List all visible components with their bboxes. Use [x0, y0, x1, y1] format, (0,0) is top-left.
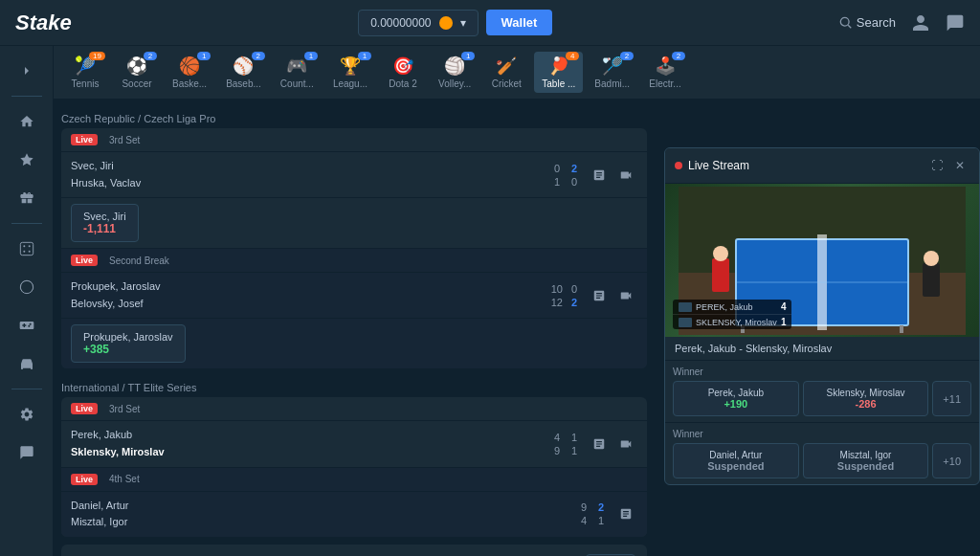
tab-esports2[interactable]: 2 🕹️ Electr... [641, 52, 689, 93]
live-stream-title-area: Live Stream [675, 159, 749, 172]
stream-bet-row-2: Daniel, Artur Suspended Misztal, Igor Su… [673, 443, 971, 478]
tab-counter-strike[interactable]: 1 🎮 Count... [273, 52, 322, 93]
bet-perek-button[interactable]: Perek, Jakub +190 [673, 381, 799, 416]
sidebar-item-favorites[interactable] [8, 143, 46, 177]
expand-stream-button[interactable]: ⛶ [927, 156, 947, 175]
scores-4: 9 2 4 1 [578, 501, 607, 526]
sidebar-item-promotions[interactable] [8, 181, 46, 215]
user-icon[interactable] [911, 13, 930, 33]
stats-icon-3[interactable] [588, 433, 611, 456]
badminton-label: Badmi... [594, 78, 630, 89]
more-bets-button-1[interactable]: +11 [932, 381, 971, 416]
tab-league[interactable]: 1 🏆 Leagu... [325, 52, 375, 93]
teams-2: Prokupek, Jaroslav Belovsky, Josef [71, 278, 551, 312]
sidebar-item-sports[interactable] [8, 270, 46, 304]
nav-center: 0.00000000 ▾ Wallet [87, 10, 824, 36]
sidebar-item-casino[interactable] [8, 232, 46, 266]
score-row-2-t2: 12 2 [551, 297, 580, 308]
tab-baseball[interactable]: 2 ⚾ Baseb... [218, 52, 269, 93]
winner-label-1: Winner [673, 367, 971, 377]
more-bets-button-2[interactable]: +10 [932, 443, 971, 478]
tab-dota2[interactable]: 🎯 Dota 2 [379, 52, 427, 93]
soccer-badge: 2 [144, 52, 157, 60]
settings-icon [19, 407, 34, 422]
sidebar-item-chat[interactable] [8, 435, 46, 470]
league-badge: 1 [358, 52, 371, 60]
search-button[interactable]: Search [839, 15, 896, 30]
section-international-tt: International / TT Elite Series [61, 376, 647, 397]
tab-badminton[interactable]: 2 🏸 Badmi... [587, 52, 637, 93]
bet-btn-prokupek[interactable]: Prokupek, Jaroslav +385 [71, 324, 186, 363]
svg-rect-2 [20, 242, 33, 255]
bet-sklensky-button[interactable]: Sklensky, Miroslav -286 [803, 381, 929, 416]
live-stream-panel: Live Stream ⛶ ✕ [664, 147, 980, 485]
bet-odds-svec: -1,111 [83, 222, 126, 235]
tab-volleyball[interactable]: 1 🏐 Volley... [431, 52, 479, 93]
cricket-icon: 🏏 [496, 56, 517, 77]
gift-icon [19, 190, 34, 206]
sidebar-item-home[interactable] [8, 104, 46, 139]
tab-soccer[interactable]: 2 ⚽ Soccer [113, 52, 161, 93]
match-actions-2 [588, 284, 637, 307]
soccer-label: Soccer [122, 78, 151, 89]
set-label-2: Second Break [109, 256, 169, 266]
messages-icon[interactable] [946, 13, 965, 33]
stream-icon-1[interactable] [614, 164, 637, 187]
svg-point-5 [23, 251, 25, 253]
svg-point-4 [28, 245, 30, 247]
tab-basketball[interactable]: 1 🏀 Baske... [165, 52, 214, 93]
stream-icon-2[interactable] [614, 284, 637, 307]
tab-tennis[interactable]: 19 🎾 Tennis [61, 52, 109, 93]
tab-table-tennis[interactable]: 4 🏓 Table ... [534, 52, 583, 93]
baseball-badge: 2 [252, 52, 265, 60]
score-game-t1: 0 [551, 163, 563, 174]
team2-hruska: Hruska, Vaclav [71, 175, 551, 192]
stream-icon-3[interactable] [614, 433, 637, 456]
bet-daniel-button[interactable]: Daniel, Artur Suspended [673, 443, 799, 478]
svg-point-6 [28, 251, 30, 253]
stats-icon-4[interactable] [614, 502, 637, 525]
stream-match-title: Perek, Jakub - Sklensky, Miroslav [665, 337, 979, 361]
score-row-3-t1: 4 1 [551, 432, 580, 443]
sidebar-item-settings[interactable] [8, 397, 46, 432]
nav-right: Search [839, 13, 965, 33]
chevron-icon: ▾ [460, 16, 466, 30]
sidebar-item-racing[interactable] [8, 346, 46, 381]
scoreboard-name-1: PEREK, Jakub [696, 302, 777, 312]
teams-1: Svec, Jiri Hruska, Vaclav [71, 158, 551, 191]
stream-bet-section-2: Winner Daniel, Artur Suspended Misztal, … [665, 422, 979, 484]
wallet-button[interactable]: Wallet [486, 10, 553, 35]
volleyball-badge: 1 [461, 52, 475, 60]
sidebar-divider-2 [11, 223, 42, 224]
score-set-t2: 0 [568, 176, 580, 188]
sidebar-item-esports[interactable] [8, 308, 46, 343]
team1-perek: Perek, Jakub [71, 427, 551, 444]
set-label-4: 4th Set [109, 474, 140, 484]
score-game-3t2: 9 [551, 445, 563, 456]
tab-cricket[interactable]: 🏏 Cricket [482, 52, 530, 93]
stats-icon-1[interactable] [588, 164, 611, 187]
home-icon [19, 114, 34, 129]
bet-row-svec: Svec, Jiri -1,111 [61, 198, 647, 249]
score-row-1-t2: 1 0 [551, 176, 580, 188]
sidebar-item-expand[interactable] [8, 54, 46, 88]
score-row-4-t1: 9 2 [578, 501, 607, 513]
bet-btn-svec[interactable]: Svec, Jiri -1,111 [71, 204, 139, 242]
match-actions-1 [588, 164, 637, 187]
balance-button[interactable]: 0.00000000 ▾ [358, 10, 478, 36]
score-set-4t2: 1 [595, 515, 607, 526]
stream-bet-row-1: Perek, Jakub +190 Sklensky, Miroslav -28… [673, 381, 971, 416]
tt-label: Table ... [542, 78, 575, 89]
scoreboard-row-2: SKLENSKY, Miroslav 1 [673, 315, 791, 329]
bet-team-prokupek: Prokupek, Jaroslav [83, 331, 173, 343]
set-label-3: 3rd Set [109, 404, 140, 414]
sidebar-divider-3 [11, 389, 42, 389]
cs-badge: 1 [304, 52, 318, 60]
stats-icon-2[interactable] [588, 284, 611, 307]
bet-misztal-button[interactable]: Misztal, Igor Suspended [803, 443, 929, 478]
close-stream-button[interactable]: ✕ [950, 156, 969, 175]
stream-video-area: PEREK, Jakub 4 SKLENSKY, Miroslav 1 [665, 184, 979, 337]
balance-amount: 0.00000000 [370, 16, 431, 30]
score-set-4t1: 2 [595, 501, 607, 513]
dota-label: Dota 2 [389, 78, 416, 89]
